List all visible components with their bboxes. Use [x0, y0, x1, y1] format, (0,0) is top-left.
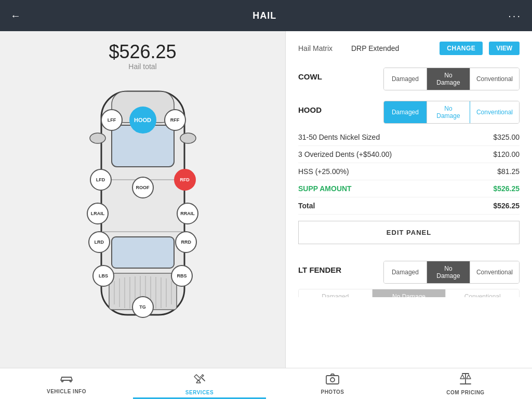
- lt-fender-partial-btn2: No Damage: [373, 289, 446, 297]
- hood-nodamage-btn[interactable]: No Damage: [427, 101, 470, 123]
- svg-rect-22: [326, 376, 339, 384]
- cowl-damaged-btn[interactable]: Damaged: [384, 68, 427, 90]
- left-panel: $526.25 Hail total: [0, 31, 286, 368]
- nav-vehicle-info-label: VEHICLE INFO: [47, 389, 86, 394]
- nav-photos[interactable]: PHOTOS: [266, 369, 399, 399]
- line-item-total: Total $526.25: [298, 197, 520, 215]
- nav-services-label: SERVICES: [185, 390, 214, 395]
- hood-damaged-btn[interactable]: Damaged: [384, 101, 427, 123]
- panel-rff[interactable]: RFF: [164, 109, 186, 131]
- hood-section: HOOD Damaged No Damage Conventional 31-5…: [298, 101, 520, 250]
- lt-fender-section: LT FENDER Damaged No Damage Conventional…: [298, 261, 520, 297]
- edit-panel-button[interactable]: EDIT PANEL: [298, 221, 520, 244]
- line-item-supp-value: $526.25: [493, 184, 520, 193]
- hail-matrix-row: Hail Matrix DRP Extended CHANGE VIEW: [298, 42, 520, 55]
- line-item-hss-value: $81.25: [497, 167, 520, 176]
- svg-point-23: [330, 378, 335, 382]
- line-item-total-label: Total: [298, 202, 315, 210]
- lt-fender-header-row: LT FENDER Damaged No Damage Conventional: [298, 261, 520, 284]
- main-content: $526.25 Hail total: [0, 31, 532, 368]
- lt-fender-damaged-btn[interactable]: Damaged: [384, 261, 427, 283]
- back-button[interactable]: ←: [10, 10, 21, 22]
- lt-fender-nodamage-btn[interactable]: No Damage: [427, 261, 470, 283]
- svg-line-21: [201, 377, 205, 381]
- svg-rect-2: [112, 237, 174, 268]
- panel-lrd[interactable]: LRD: [88, 231, 110, 253]
- scale-icon: [458, 373, 473, 388]
- line-item-hss: HSS (+25.00%) $81.25: [298, 163, 520, 180]
- hood-title: HOOD: [298, 105, 322, 114]
- lt-fender-conventional-btn[interactable]: Conventional: [470, 261, 519, 283]
- line-item-oversize: 3 Overized Dents (+$540.00) $120.00: [298, 146, 520, 163]
- line-item-supp: SUPP AMOUNT $526.25: [298, 180, 520, 197]
- page-title: HAIL: [252, 10, 276, 21]
- line-item-supp-label: SUPP AMOUNT: [298, 184, 352, 193]
- cowl-nodamage-btn[interactable]: No Damage: [427, 68, 470, 90]
- hood-toggle-group: Damaged No Damage Conventional: [383, 101, 520, 124]
- hood-header-row: HOOD Damaged No Damage Conventional: [298, 101, 520, 124]
- car-diagram: LFF HOOD RFF LFD ROOF RFD LRAIL RRAIL LR…: [73, 76, 213, 336]
- line-item-hss-label: HSS (+25.00%): [298, 167, 349, 176]
- line-item-dents: 31-50 Dents Nickel Sized $325.00: [298, 129, 520, 146]
- menu-button[interactable]: ···: [508, 10, 522, 22]
- panel-rrd[interactable]: RRD: [175, 231, 197, 253]
- panel-roof[interactable]: ROOF: [132, 177, 154, 198]
- tools-icon: [192, 373, 207, 388]
- line-item-dents-label: 31-50 Dents Nickel Sized: [298, 133, 380, 141]
- svg-point-17: [180, 133, 196, 143]
- hood-conventional-btn[interactable]: Conventional: [470, 101, 519, 123]
- line-item-total-value: $526.25: [493, 202, 520, 210]
- view-button[interactable]: VIEW: [489, 42, 520, 55]
- panel-rfd[interactable]: RFD: [174, 169, 196, 191]
- nav-photos-label: PHOTOS: [321, 389, 344, 395]
- nav-com-pricing-label: COM PRICING: [446, 390, 484, 395]
- nav-com-pricing[interactable]: COM PRICING: [399, 368, 532, 400]
- lt-fender-partial-btn3: Conventional: [446, 289, 519, 297]
- hail-total-amount: $526.25: [109, 42, 176, 62]
- hail-total-label: Hail total: [128, 62, 156, 71]
- panel-rrail[interactable]: RRAIL: [177, 203, 198, 224]
- lt-fender-title: LT FENDER: [298, 265, 341, 274]
- camera-icon: [325, 373, 340, 388]
- panel-lff[interactable]: LFF: [101, 109, 123, 131]
- cowl-title: COWL: [298, 72, 322, 81]
- right-panel: Hail Matrix DRP Extended CHANGE VIEW COW…: [286, 31, 532, 368]
- hail-matrix-value: DRP Extended: [351, 44, 433, 52]
- header: ← HAIL ···: [0, 0, 532, 31]
- line-item-oversize-label: 3 Overized Dents (+$540.00): [298, 150, 392, 158]
- hail-matrix-label: Hail Matrix: [298, 44, 345, 52]
- cowl-conventional-btn[interactable]: Conventional: [470, 68, 519, 90]
- nav-vehicle-info[interactable]: VEHICLE INFO: [0, 369, 133, 398]
- lt-fender-toggle-group: Damaged No Damage Conventional: [383, 261, 520, 284]
- svg-point-16: [90, 133, 105, 143]
- car-icon: [59, 374, 74, 387]
- cowl-toggle-group: Damaged No Damage Conventional: [383, 68, 520, 90]
- cowl-section: COWL Damaged No Damage Conventional: [298, 68, 520, 90]
- panel-lfd[interactable]: LFD: [90, 169, 112, 191]
- line-item-dents-value: $325.00: [493, 133, 520, 141]
- panel-lbs[interactable]: LBS: [92, 265, 114, 287]
- bottom-nav: VEHICLE INFO SERVICES PHOTOS: [0, 368, 532, 399]
- panel-rbs[interactable]: RBS: [171, 265, 193, 287]
- nav-services[interactable]: SERVICES: [133, 368, 266, 400]
- panel-hood[interactable]: HOOD: [129, 107, 156, 134]
- lt-fender-partial-toggle: Damaged No Damage Conventional: [298, 289, 520, 297]
- lt-fender-partial-btn1: Damaged: [299, 289, 373, 297]
- change-button[interactable]: CHANGE: [440, 42, 483, 55]
- line-item-oversize-value: $120.00: [493, 150, 520, 158]
- panel-tg[interactable]: TG: [132, 296, 154, 318]
- cowl-header-row: COWL Damaged No Damage Conventional: [298, 68, 520, 90]
- panel-lrail[interactable]: LRAIL: [87, 203, 109, 224]
